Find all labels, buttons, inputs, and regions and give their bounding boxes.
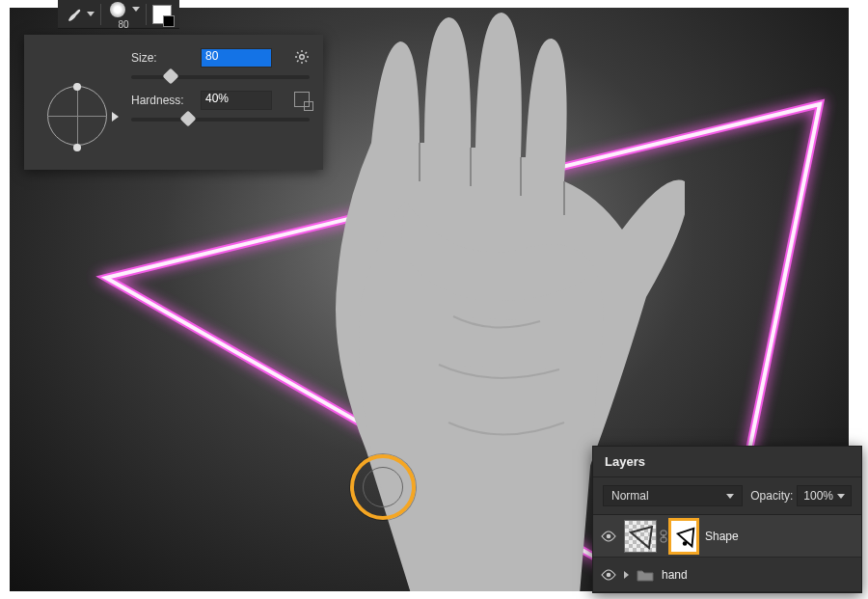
- svg-line-7: [297, 52, 299, 54]
- brush-hardness-slider[interactable]: [131, 118, 310, 122]
- layer-mask-thumbnail[interactable]: [670, 520, 697, 553]
- svg-line-8: [306, 60, 308, 62]
- brush-size-tag: 80: [118, 19, 128, 30]
- layers-panel-title: Layers: [593, 447, 861, 477]
- brush-hardness-label: Hardness:: [131, 94, 191, 107]
- divider: [100, 4, 101, 25]
- brush-hardness-input[interactable]: 40%: [201, 91, 272, 110]
- chevron-down-icon: [837, 494, 845, 499]
- brush-size-input[interactable]: 80: [201, 48, 272, 68]
- brush-cursor-highlight: [350, 454, 416, 520]
- visibility-toggle[interactable]: [601, 567, 616, 583]
- svg-point-11: [607, 533, 611, 538]
- svg-point-18: [607, 572, 611, 577]
- foreground-background-swatch[interactable]: [152, 5, 172, 24]
- opacity-input[interactable]: 100%: [797, 485, 852, 506]
- chevron-down-icon: [726, 494, 734, 499]
- gear-icon[interactable]: [294, 49, 310, 68]
- brush-preset-picker[interactable]: 80: [107, 0, 140, 30]
- brush-size-label: Size:: [131, 51, 191, 65]
- svg-point-2: [300, 54, 305, 59]
- brush-tool-dropdown[interactable]: [87, 12, 95, 16]
- svg-marker-12: [631, 527, 652, 548]
- layer-name[interactable]: Shape: [705, 530, 739, 543]
- layer-name[interactable]: hand: [662, 568, 688, 582]
- layer-thumbnail[interactable]: [624, 520, 657, 553]
- brush-options-bar: 80: [58, 0, 179, 29]
- svg-line-9: [297, 60, 299, 62]
- link-icon: [659, 530, 668, 543]
- brush-tool-icon[interactable]: [66, 6, 83, 23]
- opacity-value: 100%: [803, 489, 833, 503]
- blend-mode-select[interactable]: Normal: [603, 485, 743, 506]
- blend-mode-value: Normal: [611, 489, 649, 503]
- opacity-label: Opacity:: [750, 489, 793, 503]
- brush-settings-panel: Size: 80 Hardness: 40%: [24, 35, 323, 170]
- disclosure-triangle[interactable]: [624, 571, 629, 579]
- svg-point-17: [683, 541, 688, 546]
- brush-cursor-inner: [363, 467, 403, 507]
- folder-icon: [637, 568, 654, 582]
- brush-size-slider[interactable]: [131, 75, 310, 79]
- create-preset-icon[interactable]: [294, 92, 310, 110]
- brush-preview-icon: [107, 0, 128, 20]
- layer-row-hand[interactable]: hand: [593, 558, 861, 592]
- layers-panel: Layers Normal Opacity: 100%: [592, 446, 862, 593]
- visibility-toggle[interactable]: [601, 529, 616, 544]
- svg-line-10: [306, 52, 308, 54]
- divider: [146, 4, 147, 25]
- brush-angle-widget[interactable]: [45, 83, 113, 150]
- layer-row-shape[interactable]: Shape: [593, 515, 861, 558]
- brush-size-dropdown[interactable]: [132, 7, 140, 12]
